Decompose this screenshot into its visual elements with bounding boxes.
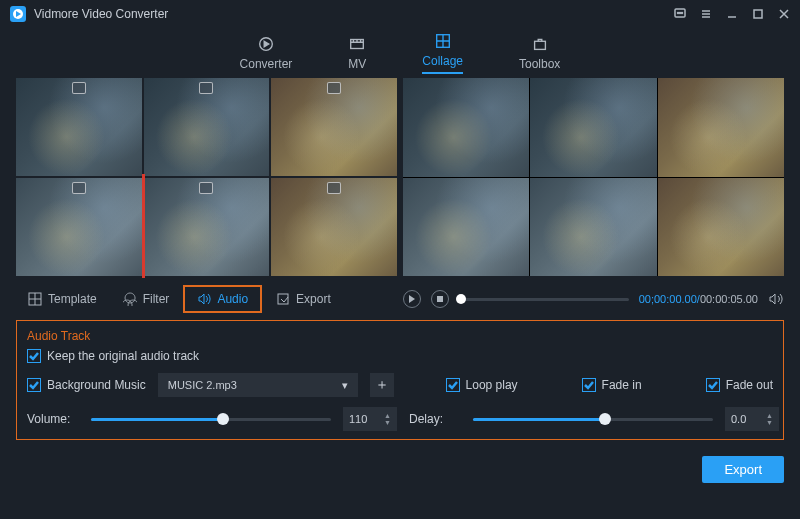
checkbox-label: Fade in (602, 378, 642, 392)
preview-canvas (403, 78, 784, 276)
stop-button[interactable] (431, 290, 449, 308)
image-icon (199, 82, 213, 94)
maximize-icon[interactable] (752, 8, 764, 20)
svg-rect-9 (534, 41, 545, 49)
volume-slider[interactable] (91, 418, 331, 421)
checkbox-background-music[interactable]: Background Music (27, 378, 146, 392)
collage-cell[interactable] (271, 178, 397, 276)
svg-rect-5 (754, 10, 762, 18)
app-title: Vidmore Video Converter (34, 7, 168, 21)
tab-collage[interactable]: Collage (422, 32, 463, 74)
tab-label: Converter (240, 57, 293, 71)
audio-section-title: Audio Track (27, 329, 773, 343)
delay-label: Delay: (409, 412, 461, 426)
tab-label: MV (348, 57, 366, 71)
add-music-button[interactable]: ＋ (370, 373, 394, 397)
subtab-filter[interactable]: Filter (111, 285, 182, 313)
seek-thumb[interactable] (456, 294, 466, 304)
slider-thumb[interactable] (599, 413, 611, 425)
tab-converter[interactable]: Converter (240, 35, 293, 71)
tab-toolbox[interactable]: Toolbox (519, 35, 560, 71)
collage-cell[interactable] (271, 78, 397, 176)
music-select[interactable]: MUSIC 2.mp3▾ (158, 373, 358, 397)
image-icon (72, 82, 86, 94)
checkbox-label: Background Music (47, 378, 146, 392)
image-icon (327, 182, 341, 194)
tab-label: Collage (422, 54, 463, 68)
spinner[interactable]: ▲▼ (766, 412, 773, 426)
svg-point-2 (678, 13, 679, 14)
mute-icon[interactable] (768, 291, 784, 307)
subtab-label: Export (296, 292, 331, 306)
subtab-label: Filter (143, 292, 170, 306)
spinner[interactable]: ▲▼ (384, 412, 391, 426)
app-logo (10, 6, 26, 22)
seek-slider[interactable] (459, 298, 629, 301)
svg-point-3 (680, 13, 681, 14)
collage-cell[interactable] (144, 178, 270, 276)
time-display: 00;00:00.00/00:00:05.00 (639, 293, 758, 305)
collage-cell[interactable] (16, 78, 142, 176)
image-icon (327, 82, 341, 94)
tab-mv[interactable]: MV (348, 35, 366, 71)
image-icon (199, 182, 213, 194)
collage-grid[interactable] (16, 78, 397, 276)
checkbox-label: Fade out (726, 378, 773, 392)
tab-label: Toolbox (519, 57, 560, 71)
subtab-label: Template (48, 292, 97, 306)
svg-point-4 (682, 13, 683, 14)
collage-cell[interactable] (144, 78, 270, 176)
menu-icon[interactable] (700, 8, 712, 20)
delay-slider[interactable] (473, 418, 713, 421)
checkbox-label: Keep the original audio track (47, 349, 199, 363)
checkbox-fade-out[interactable]: Fade out (706, 378, 773, 392)
image-icon (72, 182, 86, 194)
checkbox-label: Loop play (466, 378, 518, 392)
audio-panel: Audio Track Keep the original audio trac… (16, 320, 784, 440)
chevron-down-icon: ▾ (342, 379, 348, 392)
delay-input[interactable]: 0.0▲▼ (725, 407, 779, 431)
close-icon[interactable] (778, 8, 790, 20)
minimize-icon[interactable] (726, 8, 738, 20)
volume-label: Volume: (27, 412, 79, 426)
subtab-template[interactable]: Template (16, 285, 109, 313)
svg-rect-12 (437, 296, 443, 302)
subtab-audio[interactable]: Audio (183, 285, 262, 313)
export-button[interactable]: Export (702, 456, 784, 483)
checkbox-loop-play[interactable]: Loop play (446, 378, 518, 392)
play-button[interactable] (403, 290, 421, 308)
volume-input[interactable]: 110▲▼ (343, 407, 397, 431)
music-file: MUSIC 2.mp3 (168, 379, 237, 391)
checkbox-keep-original[interactable]: Keep the original audio track (27, 349, 199, 363)
subtab-export[interactable]: Export (264, 285, 343, 313)
splitter-handle[interactable] (142, 174, 145, 278)
slider-thumb[interactable] (217, 413, 229, 425)
subtab-label: Audio (217, 292, 248, 306)
checkbox-fade-in[interactable]: Fade in (582, 378, 642, 392)
collage-cell[interactable] (16, 178, 142, 276)
feedback-icon[interactable] (674, 8, 686, 20)
